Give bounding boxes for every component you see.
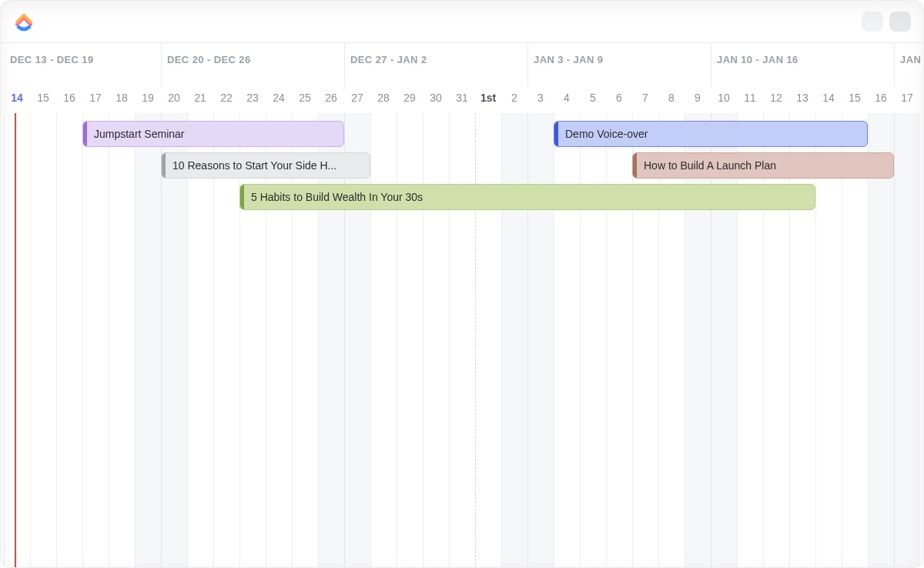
week-label: DEC 27 - JAN 2 bbox=[350, 54, 427, 65]
grid-line bbox=[318, 113, 319, 568]
day-header-row: 1415161718192021222324252627282930311st2… bbox=[1, 87, 923, 113]
grid-line bbox=[82, 113, 83, 568]
task-bar-demo-voice[interactable]: Demo Voice-over bbox=[554, 121, 868, 147]
day-cell[interactable]: 14 bbox=[4, 92, 30, 104]
grid-line bbox=[658, 113, 659, 568]
day-cell[interactable]: 4 bbox=[554, 92, 580, 104]
topbar bbox=[1, 1, 923, 42]
day-cell[interactable]: 14 bbox=[815, 92, 842, 104]
grid-line bbox=[239, 113, 240, 568]
grid-line bbox=[370, 113, 371, 568]
day-cell[interactable]: 31 bbox=[449, 92, 475, 104]
day-cell[interactable]: 17 bbox=[82, 92, 109, 104]
day-cell[interactable]: 24 bbox=[266, 92, 292, 104]
task-bar-jumpstart[interactable]: Jumpstart Seminar bbox=[82, 121, 344, 147]
grid-line bbox=[344, 113, 345, 568]
grid-line bbox=[711, 113, 711, 568]
grid-line bbox=[868, 113, 869, 568]
day-cell[interactable]: 2 bbox=[501, 92, 527, 104]
task-bar-label: 5 Habits to Build Wealth In Your 30s bbox=[248, 191, 423, 203]
day-cell[interactable]: 25 bbox=[292, 92, 318, 104]
grid-line bbox=[161, 113, 162, 568]
grid-line bbox=[554, 113, 554, 568]
app-logo[interactable] bbox=[13, 11, 35, 32]
topbar-button-2[interactable] bbox=[889, 12, 911, 32]
day-cell[interactable]: 19 bbox=[135, 92, 161, 104]
day-cell[interactable]: 16 bbox=[868, 92, 894, 104]
day-cell[interactable]: 3 bbox=[527, 92, 554, 104]
week-label: JAN 3 - JAN 9 bbox=[534, 54, 603, 65]
day-cell[interactable]: 28 bbox=[370, 92, 397, 104]
task-bar-label: Jumpstart Seminar bbox=[91, 128, 184, 140]
grid-line bbox=[789, 113, 790, 568]
task-bar-edge bbox=[554, 122, 558, 146]
grid-line bbox=[815, 113, 816, 568]
day-cell[interactable]: 29 bbox=[397, 92, 423, 104]
day-cell[interactable]: 26 bbox=[318, 92, 344, 104]
day-cell[interactable]: 11 bbox=[737, 92, 763, 104]
day-cell[interactable]: 13 bbox=[789, 92, 815, 104]
day-cell[interactable]: 15 bbox=[30, 92, 56, 104]
grid-line bbox=[606, 113, 607, 568]
today-indicator bbox=[15, 113, 16, 568]
grid-line bbox=[56, 113, 57, 568]
weekend-column bbox=[894, 113, 920, 568]
gantt-app: DEC 13 - DEC 19DEC 20 - DEC 26DEC 27 - J… bbox=[0, 0, 924, 568]
day-cell[interactable]: 18 bbox=[109, 92, 135, 104]
task-bar-launch-plan[interactable]: How to Build A Launch Plan bbox=[632, 152, 894, 179]
gantt-grid[interactable]: Jumpstart Seminar10 Reasons to Start You… bbox=[1, 113, 923, 568]
task-bar-label: Demo Voice-over bbox=[562, 128, 648, 140]
day-cell[interactable]: 21 bbox=[187, 92, 213, 104]
weekend-column bbox=[711, 113, 737, 568]
task-bar-edge bbox=[240, 185, 244, 209]
grid-line bbox=[4, 113, 5, 568]
day-cell[interactable]: 23 bbox=[239, 92, 266, 104]
day-cell[interactable]: 8 bbox=[658, 92, 685, 104]
weekend-column bbox=[135, 113, 161, 568]
grid-line bbox=[213, 113, 214, 568]
grid-line bbox=[842, 113, 842, 568]
task-bar-edge bbox=[162, 153, 166, 178]
grid-line bbox=[109, 113, 109, 568]
day-cell[interactable]: 22 bbox=[213, 92, 239, 104]
day-cell[interactable]: 12 bbox=[763, 92, 789, 104]
task-bar-ten-reasons[interactable]: 10 Reasons to Start Your Side H... bbox=[161, 152, 370, 179]
weekend-column bbox=[161, 113, 187, 568]
grid-line bbox=[449, 113, 450, 568]
weekend-column bbox=[501, 113, 527, 568]
topbar-button-1[interactable] bbox=[862, 12, 883, 32]
grid-line bbox=[685, 113, 685, 568]
task-bar-label: 10 Reasons to Start Your Side H... bbox=[169, 159, 336, 172]
grid-line bbox=[397, 113, 397, 568]
day-cell[interactable]: 20 bbox=[161, 92, 187, 104]
day-cell[interactable]: 1st bbox=[475, 92, 501, 104]
task-bar-edge bbox=[83, 122, 87, 146]
weekend-column bbox=[318, 113, 344, 568]
day-cell[interactable]: 7 bbox=[632, 92, 658, 104]
day-cell[interactable]: 9 bbox=[685, 92, 711, 104]
task-bar-five-habits[interactable]: 5 Habits to Build Wealth In Your 30s bbox=[239, 184, 815, 210]
weekend-column bbox=[527, 113, 554, 568]
task-bar-label: How to Build A Launch Plan bbox=[641, 159, 776, 172]
weekend-column bbox=[344, 113, 370, 568]
day-cell[interactable]: 10 bbox=[711, 92, 737, 104]
day-cell[interactable]: 15 bbox=[842, 92, 868, 104]
grid-line bbox=[30, 113, 31, 568]
day-cell[interactable]: 17 bbox=[894, 92, 920, 104]
week-label: JAN bbox=[900, 54, 921, 65]
week-label: DEC 13 - DEC 19 bbox=[10, 54, 94, 65]
day-cell[interactable]: 16 bbox=[56, 92, 82, 104]
grid-line bbox=[737, 113, 738, 568]
task-bar-edge bbox=[633, 153, 637, 178]
grid-line bbox=[894, 113, 895, 568]
week-label: JAN 10 - JAN 16 bbox=[717, 54, 798, 65]
grid-line bbox=[580, 113, 581, 568]
day-cell[interactable]: 5 bbox=[580, 92, 606, 104]
grid-line bbox=[135, 113, 136, 568]
grid-line bbox=[527, 113, 528, 568]
day-cell[interactable]: 27 bbox=[344, 92, 370, 104]
day-cell[interactable]: 6 bbox=[606, 92, 632, 104]
weekend-column bbox=[868, 113, 894, 568]
day-cell[interactable]: 30 bbox=[423, 92, 449, 104]
weekend-column bbox=[685, 113, 711, 568]
